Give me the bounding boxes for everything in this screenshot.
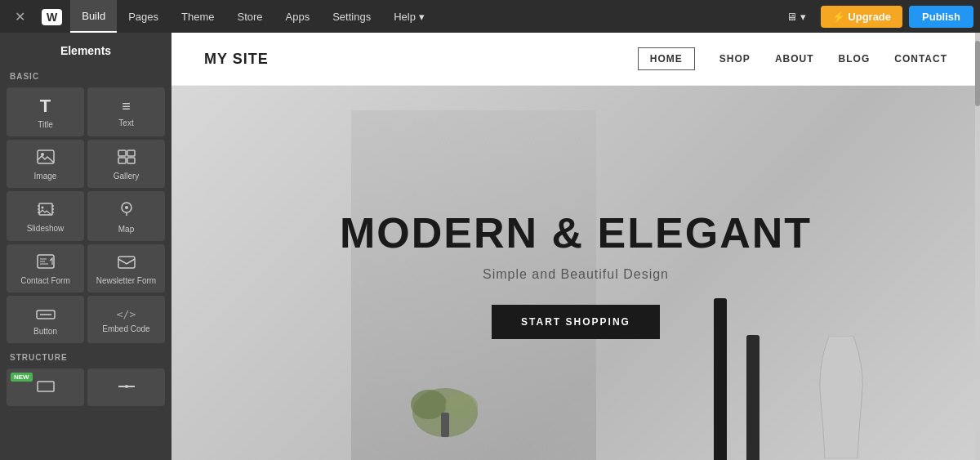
svg-rect-2 [118,150,126,156]
element-contact-form-label: Contact Form [20,276,70,286]
element-button-label: Button [33,327,57,337]
svg-rect-11 [118,257,135,268]
site-nav-contact[interactable]: CONTACT [894,53,947,65]
svg-point-7 [41,207,43,209]
element-title-label: Title [38,120,53,130]
new-badge: NEW [11,373,33,382]
svg-rect-3 [127,150,135,156]
sidebar: Elements BASIC T Title ≡ Text Image [0,33,172,460]
nav-item-build[interactable]: Build [70,0,117,33]
nav-item-help[interactable]: Help ▾ [382,0,435,33]
map-icon [118,201,135,220]
element-image[interactable]: Image [7,140,84,188]
element-newsletter-label: Newsletter Form [96,276,156,286]
element-contact-form[interactable]: Contact Form [7,244,84,293]
website-header: MY SITE HOME SHOP ABOUT BLOG CONTACT [172,33,980,86]
divider-icon [118,378,136,395]
nav-item-store[interactable]: Store [225,0,274,33]
upgrade-button[interactable]: ⚡ Upgrade [821,6,902,28]
element-embed-label: Embed Code [102,324,149,334]
elements-grid-structure: NEW [0,365,172,409]
element-slideshow-label: Slideshow [27,224,65,234]
element-gallery[interactable]: Gallery [87,140,165,188]
site-nav: HOME SHOP ABOUT BLOG CONTACT [638,47,947,70]
section-label-structure: STRUCTURE [0,346,172,365]
nav-item-theme[interactable]: Theme [170,0,225,33]
section-icon [37,378,55,395]
svg-point-18 [445,393,478,419]
gallery-icon [118,150,136,167]
top-nav-right: 🖥 ▾ ⚡ Upgrade Publish [778,6,973,28]
svg-rect-19 [441,413,449,437]
section-label-basic: BASIC [0,65,172,84]
close-icon[interactable]: ✕ [7,9,33,25]
candle-short [746,335,760,460]
main-layout: Elements BASIC T Title ≡ Text Image [0,33,980,460]
nav-item-settings[interactable]: Settings [321,0,382,33]
button-icon [36,306,56,322]
element-text-label: Text [118,118,133,128]
sidebar-header: Elements [0,33,172,65]
scroll-thumb [975,41,980,106]
site-nav-blog[interactable]: BLOG [839,53,871,65]
slideshow-icon [37,202,55,219]
hero-section: MODERN & ELEGANT Simple and Beautiful De… [172,86,980,460]
hero-cta-button[interactable]: START SHOPPING [492,305,660,339]
hero-subtitle: Simple and Beautiful Design [340,267,812,282]
element-title[interactable]: T Title [7,87,84,136]
newsletter-icon [118,255,136,271]
element-button[interactable]: Button [7,296,84,343]
svg-rect-6 [39,203,52,215]
site-nav-shop[interactable]: SHOP [719,53,751,65]
image-icon [37,150,55,167]
elements-grid-basic: T Title ≡ Text Image Gallery [0,84,172,346]
publish-button[interactable]: Publish [909,6,973,28]
site-logo: MY SITE [204,51,269,68]
element-divider[interactable] [87,368,165,406]
element-text[interactable]: ≡ Text [87,87,165,136]
element-slideshow[interactable]: Slideshow [7,191,84,241]
contact-form-icon [37,254,55,271]
nav-items: Build Pages Theme Store Apps Settings He… [70,0,777,33]
scrollbar[interactable] [975,33,980,460]
vase-decoration [808,336,874,460]
svg-point-15 [125,385,128,388]
element-newsletter-form[interactable]: Newsletter Form [87,244,165,293]
text-icon: ≡ [122,99,131,114]
plant-decoration [408,372,482,437]
title-icon: T [40,97,51,115]
site-nav-home[interactable]: HOME [638,47,695,70]
top-nav: ✕ W Build Pages Theme Store Apps Setting… [0,0,980,33]
element-map-label: Map [118,225,134,234]
svg-point-9 [125,206,128,209]
hero-content: MODERN & ELEGANT Simple and Beautiful De… [340,208,812,339]
element-section-wrapper: NEW [7,368,84,406]
svg-rect-4 [118,158,126,163]
embed-icon: </> [117,309,136,319]
element-gallery-label: Gallery [114,172,140,181]
element-section[interactable]: NEW [7,368,84,406]
svg-rect-13 [38,382,54,391]
site-nav-about[interactable]: ABOUT [775,53,814,65]
device-selector[interactable]: 🖥 ▾ [778,11,814,23]
svg-rect-5 [127,158,135,163]
nav-item-pages[interactable]: Pages [117,0,170,33]
element-image-label: Image [34,172,57,181]
app-logo: W [33,8,70,25]
element-embed-code[interactable]: </> Embed Code [87,296,165,343]
device-chevron: ▾ [800,11,806,23]
nav-item-apps[interactable]: Apps [274,0,322,33]
website-preview: MY SITE HOME SHOP ABOUT BLOG CONTACT [172,33,980,460]
hero-title: MODERN & ELEGANT [340,208,812,257]
monitor-icon: 🖥 [786,11,797,23]
canvas-area: MY SITE HOME SHOP ABOUT BLOG CONTACT [172,33,980,460]
element-map[interactable]: Map [87,191,165,241]
